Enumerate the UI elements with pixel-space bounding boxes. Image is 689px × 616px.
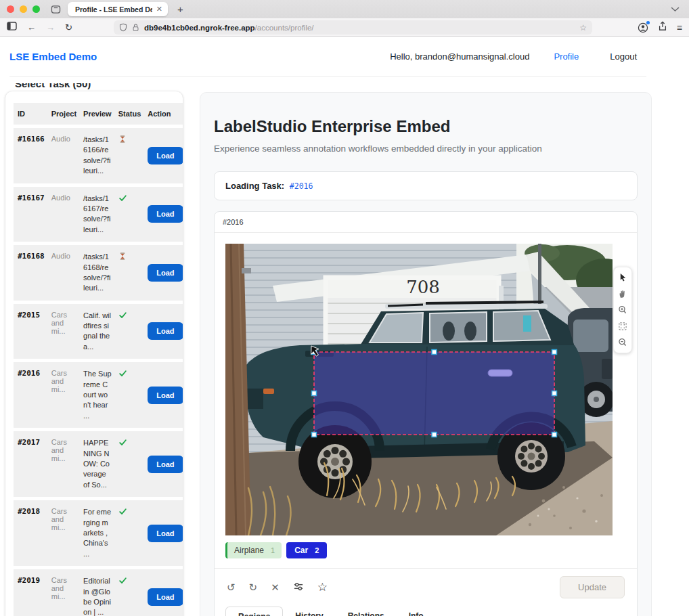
browser-tab[interactable]: Profile - LSE Embed Demo ✕ (68, 2, 168, 16)
shield-icon[interactable] (119, 23, 127, 32)
table-header-row: ID Project Preview Status Action (14, 103, 183, 125)
task-action: Load (143, 245, 183, 301)
close-window-button[interactable] (7, 5, 14, 13)
browser-tabbar: Profile - LSE Embed Demo ✕ + (0, 0, 689, 18)
window-controls (0, 5, 40, 13)
task-action: Load (143, 569, 183, 616)
load-button[interactable]: Load (148, 322, 183, 340)
annotation-image-canvas[interactable]: 708 (225, 244, 613, 535)
tab-info[interactable]: Info (397, 607, 436, 616)
task-status (114, 569, 144, 616)
profile-link[interactable]: Profile (554, 51, 579, 62)
task-action: Load (143, 304, 183, 359)
task-action: Load (143, 187, 183, 242)
load-button[interactable]: Load (148, 456, 183, 473)
annotation-panel: #2016 (214, 211, 638, 616)
zoom-window-button[interactable] (32, 5, 40, 13)
label-picker: Airplane 1 Car 2 (225, 542, 626, 558)
task-row: #2018Cars and mi...For emerging markets … (14, 500, 183, 566)
task-row: #2015Cars and mi...Calif. wildfires sign… (14, 304, 183, 359)
browser-window: Profile - LSE Embed Demo ✕ + ← → ↻ db9e4… (0, 0, 689, 616)
task-status (114, 128, 144, 183)
task-status (114, 431, 144, 497)
sidebar-heading: Select Task (50) (15, 83, 91, 89)
load-button[interactable]: Load (148, 147, 183, 164)
task-project: Audio (47, 187, 79, 242)
minimize-window-button[interactable] (20, 5, 27, 13)
task-row: #2019Cars and mi...Editorial in @Globe O… (14, 569, 183, 616)
task-action: Load (143, 500, 183, 566)
page: LSE Embed Demo Hello, brandon@humansigna… (0, 37, 689, 616)
tab-relations[interactable]: Relations (336, 607, 397, 616)
zoom-out-icon[interactable] (614, 334, 631, 351)
undo-icon[interactable]: ↺ (227, 582, 236, 592)
task-id: #2016 (14, 362, 47, 428)
annotation-toolbar: ↺ ↻ ✕ ☆ Update (225, 569, 626, 606)
task-status (114, 362, 144, 428)
update-button[interactable]: Update (560, 576, 625, 598)
redo-icon[interactable]: ↻ (249, 582, 258, 592)
task-id: #2019 (14, 569, 47, 616)
task-action: Load (143, 128, 183, 183)
url-text: db9e4b1cb0ed.ngrok-free.app/accounts/pro… (144, 24, 314, 32)
tab-regions[interactable]: Regions (225, 607, 283, 616)
load-button[interactable]: Load (148, 205, 183, 223)
page-title: LabelStudio Enterprise Embed (214, 117, 638, 136)
check-icon (118, 576, 127, 585)
new-tab-button[interactable]: + (177, 3, 183, 15)
loading-label: Loading Task: (225, 181, 284, 191)
reload-button[interactable]: ↻ (65, 23, 72, 32)
pan-tool-icon[interactable] (614, 286, 631, 302)
check-icon (118, 194, 127, 202)
tab-overview-icon[interactable] (51, 5, 61, 14)
load-button[interactable]: Load (148, 264, 183, 282)
settings-sliders-icon[interactable] (293, 581, 304, 593)
task-preview: Calif. wildfires signal the a... (79, 304, 114, 359)
label-car-name: Car (294, 546, 308, 555)
label-airplane-name: Airplane (234, 546, 264, 555)
load-button[interactable]: Load (148, 588, 183, 606)
task-preview: /tasks/16168/resolve/?fileuri... (79, 245, 114, 301)
sidebar-toggle-icon[interactable] (7, 21, 17, 33)
task-project: Cars and mi... (47, 304, 79, 359)
task-preview: The Supreme Court won't hear ... (79, 362, 114, 428)
label-airplane-count: 1 (271, 546, 275, 554)
house-number: 708 (406, 277, 440, 297)
logout-link[interactable]: Logout (610, 51, 637, 62)
task-preview: /tasks/16167/resolve/?fileuri... (79, 187, 114, 242)
url-bar[interactable]: db9e4b1cb0ed.ngrok-free.app/accounts/pro… (114, 20, 592, 35)
load-button[interactable]: Load (148, 525, 183, 542)
user-greeting: Hello, brandon@humansignal.cloud (390, 51, 529, 62)
task-row: #16167Audio/tasks/16167/resolve/?fileuri… (14, 187, 183, 242)
brand-link[interactable]: LSE Embed Demo (9, 51, 97, 62)
zoom-in-icon[interactable] (614, 302, 631, 318)
tab-history[interactable]: History (283, 607, 335, 616)
loading-task-box: Loading Task: #2016 (214, 171, 638, 200)
task-project: Audio (47, 128, 79, 183)
hourglass-icon (118, 252, 127, 261)
page-subtitle: Experience seamless annotation workflows… (214, 144, 638, 154)
task-row: #2016Cars and mi...The Supreme Court won… (14, 362, 183, 428)
account-icon[interactable] (638, 22, 648, 33)
tab-list-chevron-icon[interactable] (671, 7, 680, 12)
task-preview: For emerging markets , China's ... (79, 500, 114, 566)
forward-button[interactable]: → (46, 23, 55, 32)
fit-screen-icon[interactable] (614, 318, 631, 334)
load-button[interactable]: Load (148, 387, 183, 404)
ground-truth-star-icon[interactable]: ☆ (317, 581, 328, 593)
notification-dot (646, 21, 650, 24)
label-airplane[interactable]: Airplane 1 (225, 542, 282, 558)
hourglass-icon (118, 135, 127, 144)
col-action: Action (143, 103, 183, 125)
close-tab-icon[interactable]: ✕ (156, 5, 162, 14)
loading-task-id: #2016 (290, 181, 313, 191)
back-button[interactable]: ← (27, 23, 36, 32)
col-id: ID (14, 103, 47, 125)
select-tool-icon[interactable] (614, 269, 631, 286)
delete-icon[interactable]: ✕ (271, 582, 280, 592)
bookmark-star-icon[interactable]: ☆ (579, 23, 587, 32)
task-id: #16167 (14, 187, 47, 242)
menu-icon[interactable]: ≡ (677, 22, 682, 33)
share-icon[interactable] (658, 21, 667, 35)
label-car[interactable]: Car 2 (286, 542, 327, 558)
